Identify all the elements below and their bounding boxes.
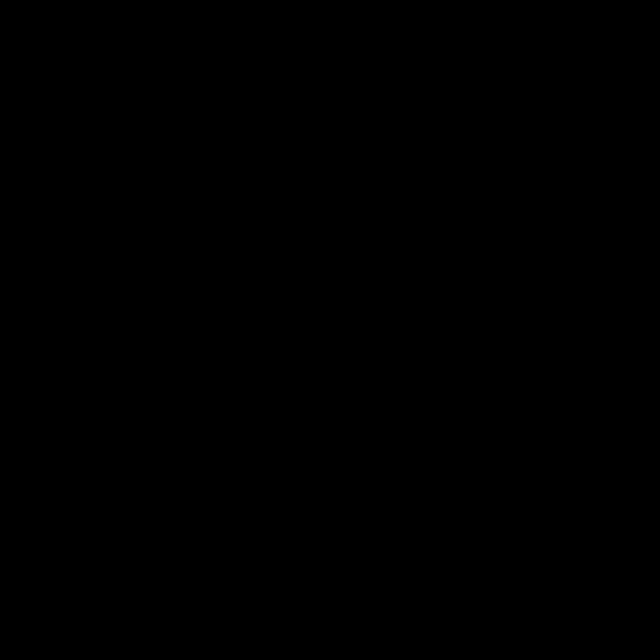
chart-root bbox=[0, 0, 644, 644]
chart-svg bbox=[0, 0, 644, 644]
